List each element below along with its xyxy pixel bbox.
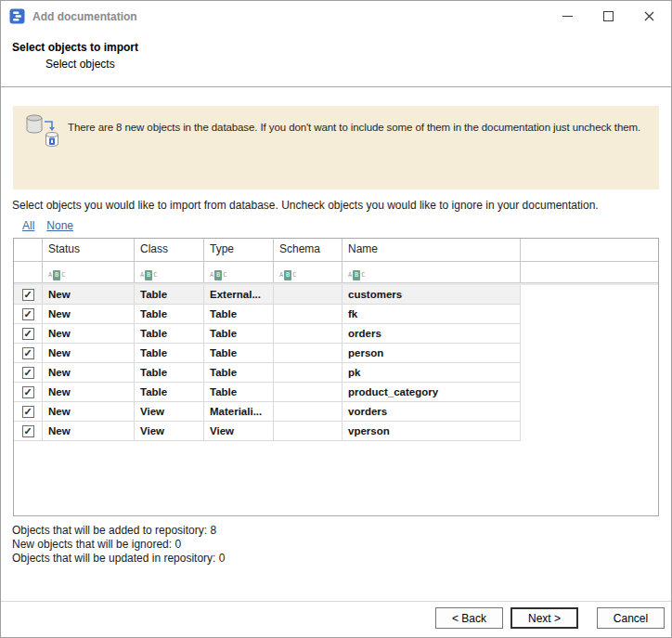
row-checkbox-cell: ✓ (14, 363, 43, 383)
grid-header-row: StatusClassTypeSchemaName (14, 239, 658, 262)
summary-updated-line: Objects that will be updated in reposito… (12, 552, 671, 566)
table-row[interactable]: ✓NewTableTablefk (14, 305, 658, 324)
row-checkbox[interactable]: ✓ (22, 367, 34, 379)
cell-type: View (204, 422, 274, 441)
objects-grid: StatusClassTypeSchemaName ABCABCABCABCAB… (13, 238, 659, 516)
table-row[interactable]: ✓NewTableExternal...customers (14, 285, 658, 305)
grid-body: ✓NewTableExternal...customers✓NewTableTa… (14, 285, 658, 441)
filter-letter-b: B (145, 270, 152, 280)
table-row[interactable]: ✓NewTableTableorders (14, 324, 658, 344)
filter-cell-class[interactable]: ABC (135, 262, 204, 282)
column-header-status[interactable]: Status (43, 239, 135, 261)
selection-links: All None (22, 219, 671, 233)
cell-schema (274, 324, 342, 344)
cell-name: vperson (342, 422, 521, 441)
row-checkbox[interactable]: ✓ (22, 347, 34, 359)
table-row[interactable]: ✓NewTableTableperson (14, 344, 658, 363)
row-checkbox[interactable]: ✓ (22, 425, 34, 437)
minimize-icon (562, 16, 573, 17)
column-header-schema[interactable]: Schema (274, 239, 342, 261)
next-button[interactable]: Next > (510, 607, 578, 629)
cell-type: External... (204, 285, 274, 305)
cell-schema (274, 383, 342, 402)
row-checkbox-cell: ✓ (14, 305, 43, 324)
cell-class: Table (135, 305, 204, 324)
cell-schema (274, 363, 342, 383)
table-row[interactable]: ✓NewViewViewvperson (14, 422, 658, 441)
row-checkbox[interactable]: ✓ (22, 406, 34, 418)
filter-letter-c: C (153, 272, 157, 279)
cell-status: New (43, 324, 135, 344)
cell-schema (274, 344, 342, 363)
cell-status: New (43, 383, 135, 402)
select-none-link[interactable]: None (46, 219, 73, 233)
window-title: Add documentation (32, 10, 547, 23)
text-filter-icon: ABC (279, 270, 296, 280)
row-checkbox-cell: ✓ (14, 344, 43, 363)
cell-status: New (43, 363, 135, 383)
row-checkbox-cell: ✓ (14, 383, 43, 402)
cell-name: customers (342, 285, 521, 305)
filter-cell-name[interactable]: ABC (342, 262, 521, 282)
step-subtitle: Select objects (45, 58, 660, 72)
cell-type: Materiali... (204, 402, 274, 422)
filter-letter-c: C (361, 272, 365, 279)
filter-letter-b: B (53, 270, 60, 280)
database-import-icon (23, 111, 60, 152)
cell-schema (274, 422, 342, 441)
filter-cell-type[interactable]: ABC (204, 262, 274, 282)
instruction-text: Select objects you would like to import … (12, 199, 660, 213)
footer-bar: < Back Next > Cancel (1, 601, 671, 637)
cancel-button[interactable]: Cancel (597, 607, 665, 629)
back-button[interactable]: < Back (435, 607, 503, 629)
filter-letter-b: B (353, 270, 360, 280)
window-controls (547, 1, 669, 32)
titlebar: Add documentation (1, 1, 671, 32)
row-checkbox[interactable]: ✓ (22, 308, 34, 320)
cell-status: New (43, 402, 135, 422)
row-checkbox[interactable]: ✓ (22, 386, 34, 398)
info-banner: There are 8 new objects in the database.… (13, 106, 659, 189)
maximize-button[interactable] (588, 1, 628, 32)
column-header-name[interactable]: Name (342, 239, 521, 261)
filter-letter-a: A (348, 272, 352, 279)
minimize-button[interactable] (547, 1, 588, 32)
cell-schema (274, 305, 342, 324)
cell-status: New (43, 344, 135, 363)
filter-letter-c: C (223, 272, 226, 279)
summary-added-line: Objects that will be added to repository… (12, 524, 671, 538)
column-header-type[interactable]: Type (204, 239, 274, 261)
table-row[interactable]: ✓NewViewMateriali...vorders (14, 402, 658, 422)
cell-type: Table (204, 305, 274, 324)
filter-letter-a: A (210, 272, 213, 279)
cell-type: Table (204, 324, 274, 344)
cell-type: Table (204, 363, 274, 383)
table-row[interactable]: ✓NewTableTablepk (14, 363, 658, 383)
filter-cell-status[interactable]: ABC (43, 262, 135, 282)
cell-name: pk (342, 363, 521, 383)
filter-cell-schema[interactable]: ABC (274, 262, 342, 282)
row-checkbox[interactable]: ✓ (22, 289, 34, 301)
cell-class: Table (135, 363, 204, 383)
cell-class: View (135, 422, 204, 441)
cell-name: vorders (342, 402, 521, 422)
select-all-link[interactable]: All (22, 219, 34, 233)
app-database-icon (9, 8, 25, 24)
cell-name: person (342, 344, 521, 363)
close-icon (644, 11, 654, 21)
text-filter-icon: ABC (210, 270, 226, 280)
column-header-class[interactable]: Class (135, 239, 204, 261)
row-checkbox-cell: ✓ (14, 324, 43, 344)
cell-schema (274, 402, 342, 422)
text-filter-icon: ABC (48, 270, 65, 280)
table-row[interactable]: ✓NewTableTableproduct_category (14, 383, 658, 402)
wizard-step-header: Select objects to import Select objects (1, 32, 671, 87)
close-button[interactable] (628, 1, 669, 32)
cell-class: Table (135, 344, 204, 363)
filter-letter-b: B (214, 270, 222, 280)
cell-class: Table (135, 383, 204, 402)
text-filter-icon: ABC (348, 270, 365, 280)
filter-checkbox-cell (14, 262, 43, 282)
row-checkbox[interactable]: ✓ (22, 328, 34, 340)
filter-letter-a: A (279, 272, 283, 279)
